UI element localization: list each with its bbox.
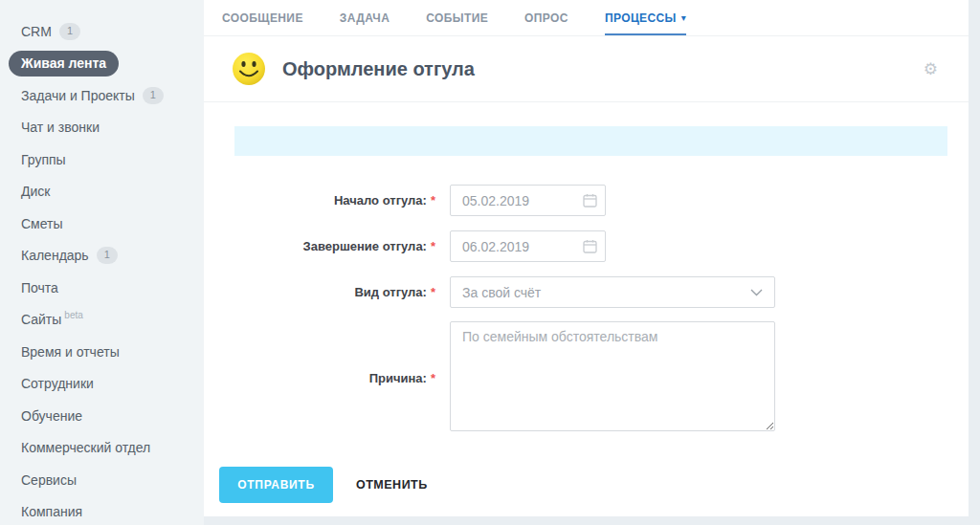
sidebar-item-label: Коммерческий отдел bbox=[21, 440, 150, 455]
sidebar-item-label: Сметы bbox=[21, 216, 63, 231]
submit-button[interactable]: ОТПРАВИТЬ bbox=[219, 467, 333, 503]
leave-type-selected-value: За свой счёт bbox=[462, 285, 541, 300]
tab-label: ПРОЦЕССЫ bbox=[605, 11, 677, 25]
smiley-icon bbox=[232, 52, 266, 86]
sidebar-item-mail[interactable]: Почта bbox=[0, 272, 204, 304]
reason-textarea[interactable] bbox=[450, 321, 775, 431]
sidebar-item-calendar[interactable]: Календарь1 bbox=[0, 240, 204, 273]
required-mark: * bbox=[431, 285, 435, 299]
sidebar-item-tasks-projects[interactable]: Задачи и Проекты1 bbox=[0, 79, 204, 112]
counter-badge: 1 bbox=[143, 87, 164, 104]
field-label: Вид отгула:* bbox=[204, 285, 435, 299]
form-row-start-date: Начало отгула:* bbox=[204, 185, 969, 216]
form-row-leave-type: Вид отгула:* За свой счёт bbox=[204, 276, 969, 308]
sidebar-item-estimates[interactable]: Сметы bbox=[0, 208, 204, 240]
sidebar-item-label: Чат и звонки bbox=[21, 120, 100, 135]
sidebar-item-training[interactable]: Обучение bbox=[0, 400, 204, 432]
cancel-button[interactable]: ОТМЕНИТЬ bbox=[356, 478, 428, 492]
gear-icon[interactable]: ⚙ bbox=[924, 61, 938, 77]
field-label: Причина:* bbox=[204, 371, 435, 385]
form-actions: ОТПРАВИТЬ ОТМЕНИТЬ bbox=[219, 467, 969, 503]
required-mark: * bbox=[431, 371, 435, 385]
sidebar-item-label: Сотрудники bbox=[21, 376, 94, 391]
sidebar-item-label: CRM bbox=[21, 24, 52, 39]
sidebar-item-label: Группы bbox=[21, 152, 66, 167]
sidebar-item-label: Диск bbox=[21, 184, 50, 199]
sidebar-item-live-feed[interactable]: Живая лента bbox=[0, 48, 204, 80]
sidebar: CRM1Живая лентаЗадачи и Проекты1Чат и зв… bbox=[0, 0, 204, 525]
info-banner bbox=[234, 126, 947, 156]
page-title: Оформление отгула bbox=[282, 58, 475, 80]
sidebar-item-label: Сервисы bbox=[21, 472, 77, 488]
sidebar-item-employees[interactable]: Сотрудники bbox=[0, 368, 204, 401]
end-date-input[interactable] bbox=[450, 230, 606, 262]
tab-label: СООБЩЕНИЕ bbox=[222, 11, 303, 25]
sidebar-item-label: Живая лента bbox=[9, 51, 119, 77]
field-label: Начало отгула:* bbox=[204, 193, 435, 208]
sidebar-item-commercial-dept[interactable]: Коммерческий отдел bbox=[0, 432, 204, 465]
tab-event[interactable]: СОБЫТИЕ bbox=[426, 0, 488, 35]
sidebar-item-label: Календарь bbox=[21, 248, 89, 263]
sidebar-item-label: Компания bbox=[21, 504, 82, 519]
tab-task[interactable]: ЗАДАЧА bbox=[340, 0, 390, 35]
sidebar-item-sites[interactable]: Сайтыbeta bbox=[0, 304, 204, 337]
sidebar-item-label: Время и отчеты bbox=[21, 344, 120, 360]
sidebar-item-label: Сайты bbox=[21, 312, 61, 327]
tab-label: ОПРОС bbox=[524, 11, 568, 25]
start-date-input[interactable] bbox=[450, 185, 606, 216]
sidebar-item-chat-calls[interactable]: Чат и звонки bbox=[0, 112, 204, 144]
sidebar-item-label: Почта bbox=[21, 280, 58, 295]
tab-message[interactable]: СООБЩЕНИЕ bbox=[222, 0, 303, 35]
sidebar-item-services[interactable]: Сервисы bbox=[0, 464, 204, 496]
time-off-form: Начало отгула:* Завершение отгула:* bbox=[204, 185, 969, 435]
form-row-end-date: Завершение отгула:* bbox=[204, 230, 969, 262]
beta-tag: beta bbox=[64, 310, 82, 320]
tab-label: СОБЫТИЕ bbox=[426, 11, 488, 25]
counter-badge: 1 bbox=[59, 23, 80, 40]
required-mark: * bbox=[431, 193, 435, 208]
tab-label: ЗАДАЧА bbox=[340, 11, 390, 25]
chevron-down-icon bbox=[750, 289, 763, 296]
caret-down-icon: ▾ bbox=[681, 13, 686, 23]
form-row-reason: Причина:* bbox=[204, 321, 969, 435]
sidebar-item-company[interactable]: Компания bbox=[0, 496, 204, 525]
counter-badge: 1 bbox=[97, 247, 118, 264]
process-header: Оформление отгула ⚙ bbox=[204, 36, 969, 102]
required-mark: * bbox=[431, 239, 435, 253]
field-label: Завершение отгула:* bbox=[204, 239, 435, 253]
sidebar-item-drive[interactable]: Диск bbox=[0, 176, 204, 208]
sidebar-item-groups[interactable]: Группы bbox=[0, 143, 204, 176]
sidebar-item-crm[interactable]: CRM1 bbox=[0, 15, 204, 48]
sidebar-item-label: Обучение bbox=[21, 408, 82, 424]
main-panel: СООБЩЕНИЕЗАДАЧАСОБЫТИЕОПРОСПРОЦЕССЫ▾ Офо… bbox=[204, 0, 969, 516]
post-type-tabbar: СООБЩЕНИЕЗАДАЧАСОБЫТИЕОПРОСПРОЦЕССЫ▾ bbox=[204, 0, 969, 36]
sidebar-item-label: Задачи и Проекты bbox=[21, 88, 135, 103]
leave-type-select[interactable]: За свой счёт bbox=[450, 276, 775, 308]
tab-processes[interactable]: ПРОЦЕССЫ▾ bbox=[605, 0, 686, 35]
tab-poll[interactable]: ОПРОС bbox=[524, 0, 568, 35]
sidebar-item-time-reports[interactable]: Время и отчеты bbox=[0, 336, 204, 368]
